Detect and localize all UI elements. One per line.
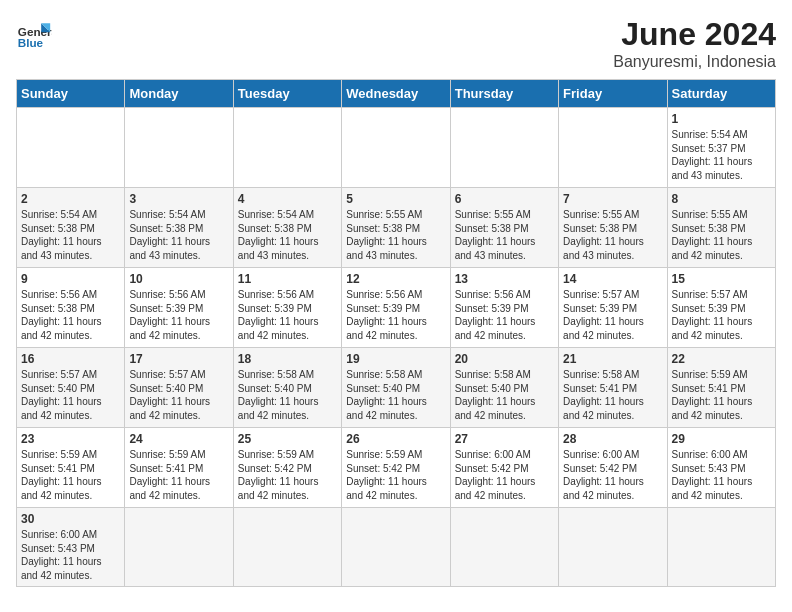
cell-sun-info: Sunrise: 6:00 AM Sunset: 5:42 PM Dayligh…: [455, 448, 554, 502]
cell-date-number: 18: [238, 352, 337, 366]
calendar-cell: 6Sunrise: 5:55 AM Sunset: 5:38 PM Daylig…: [450, 188, 558, 268]
cell-date-number: 14: [563, 272, 662, 286]
day-header-monday: Monday: [125, 80, 233, 108]
calendar-table: SundayMondayTuesdayWednesdayThursdayFrid…: [16, 79, 776, 587]
cell-date-number: 22: [672, 352, 771, 366]
calendar-cell: [450, 108, 558, 188]
cell-sun-info: Sunrise: 6:00 AM Sunset: 5:43 PM Dayligh…: [21, 528, 120, 582]
cell-date-number: 30: [21, 512, 120, 526]
day-header-saturday: Saturday: [667, 80, 775, 108]
calendar-cell: [667, 508, 775, 587]
calendar-cell: 18Sunrise: 5:58 AM Sunset: 5:40 PM Dayli…: [233, 348, 341, 428]
cell-date-number: 10: [129, 272, 228, 286]
cell-sun-info: Sunrise: 5:55 AM Sunset: 5:38 PM Dayligh…: [672, 208, 771, 262]
cell-date-number: 7: [563, 192, 662, 206]
calendar-cell: 30Sunrise: 6:00 AM Sunset: 5:43 PM Dayli…: [17, 508, 125, 587]
cell-sun-info: Sunrise: 5:58 AM Sunset: 5:40 PM Dayligh…: [238, 368, 337, 422]
cell-date-number: 13: [455, 272, 554, 286]
page-title: June 2024: [613, 16, 776, 53]
calendar-cell: 2Sunrise: 5:54 AM Sunset: 5:38 PM Daylig…: [17, 188, 125, 268]
calendar-cell: 16Sunrise: 5:57 AM Sunset: 5:40 PM Dayli…: [17, 348, 125, 428]
calendar-cell: [125, 108, 233, 188]
calendar-cell: 21Sunrise: 5:58 AM Sunset: 5:41 PM Dayli…: [559, 348, 667, 428]
cell-date-number: 12: [346, 272, 445, 286]
day-header-sunday: Sunday: [17, 80, 125, 108]
cell-date-number: 3: [129, 192, 228, 206]
cell-date-number: 17: [129, 352, 228, 366]
cell-date-number: 21: [563, 352, 662, 366]
cell-sun-info: Sunrise: 6:00 AM Sunset: 5:42 PM Dayligh…: [563, 448, 662, 502]
cell-date-number: 11: [238, 272, 337, 286]
day-header-tuesday: Tuesday: [233, 80, 341, 108]
calendar-cell: 15Sunrise: 5:57 AM Sunset: 5:39 PM Dayli…: [667, 268, 775, 348]
calendar-cell: 8Sunrise: 5:55 AM Sunset: 5:38 PM Daylig…: [667, 188, 775, 268]
cell-sun-info: Sunrise: 5:54 AM Sunset: 5:38 PM Dayligh…: [238, 208, 337, 262]
cell-sun-info: Sunrise: 5:57 AM Sunset: 5:40 PM Dayligh…: [129, 368, 228, 422]
title-block: June 2024 Banyuresmi, Indonesia: [613, 16, 776, 71]
calendar-cell: 4Sunrise: 5:54 AM Sunset: 5:38 PM Daylig…: [233, 188, 341, 268]
cell-sun-info: Sunrise: 5:54 AM Sunset: 5:38 PM Dayligh…: [21, 208, 120, 262]
cell-date-number: 28: [563, 432, 662, 446]
cell-date-number: 15: [672, 272, 771, 286]
calendar-cell: 25Sunrise: 5:59 AM Sunset: 5:42 PM Dayli…: [233, 428, 341, 508]
cell-sun-info: Sunrise: 5:57 AM Sunset: 5:40 PM Dayligh…: [21, 368, 120, 422]
cell-sun-info: Sunrise: 5:56 AM Sunset: 5:39 PM Dayligh…: [455, 288, 554, 342]
calendar-cell: [559, 108, 667, 188]
cell-date-number: 2: [21, 192, 120, 206]
cell-date-number: 27: [455, 432, 554, 446]
calendar-cell: 5Sunrise: 5:55 AM Sunset: 5:38 PM Daylig…: [342, 188, 450, 268]
day-header-friday: Friday: [559, 80, 667, 108]
day-header-wednesday: Wednesday: [342, 80, 450, 108]
cell-sun-info: Sunrise: 5:54 AM Sunset: 5:38 PM Dayligh…: [129, 208, 228, 262]
page-header: General Blue June 2024 Banyuresmi, Indon…: [16, 16, 776, 71]
calendar-cell: 28Sunrise: 6:00 AM Sunset: 5:42 PM Dayli…: [559, 428, 667, 508]
calendar-cell: 1Sunrise: 5:54 AM Sunset: 5:37 PM Daylig…: [667, 108, 775, 188]
calendar-cell: 26Sunrise: 5:59 AM Sunset: 5:42 PM Dayli…: [342, 428, 450, 508]
cell-date-number: 24: [129, 432, 228, 446]
calendar-cell: 17Sunrise: 5:57 AM Sunset: 5:40 PM Dayli…: [125, 348, 233, 428]
page-subtitle: Banyuresmi, Indonesia: [613, 53, 776, 71]
calendar-cell: [233, 508, 341, 587]
logo: General Blue: [16, 16, 52, 52]
calendar-cell: 10Sunrise: 5:56 AM Sunset: 5:39 PM Dayli…: [125, 268, 233, 348]
calendar-cell: 19Sunrise: 5:58 AM Sunset: 5:40 PM Dayli…: [342, 348, 450, 428]
calendar-cell: 24Sunrise: 5:59 AM Sunset: 5:41 PM Dayli…: [125, 428, 233, 508]
cell-sun-info: Sunrise: 5:57 AM Sunset: 5:39 PM Dayligh…: [672, 288, 771, 342]
calendar-cell: 23Sunrise: 5:59 AM Sunset: 5:41 PM Dayli…: [17, 428, 125, 508]
calendar-cell: [450, 508, 558, 587]
cell-date-number: 19: [346, 352, 445, 366]
cell-sun-info: Sunrise: 6:00 AM Sunset: 5:43 PM Dayligh…: [672, 448, 771, 502]
cell-date-number: 26: [346, 432, 445, 446]
cell-sun-info: Sunrise: 5:55 AM Sunset: 5:38 PM Dayligh…: [346, 208, 445, 262]
cell-date-number: 20: [455, 352, 554, 366]
day-header-row: SundayMondayTuesdayWednesdayThursdayFrid…: [17, 80, 776, 108]
cell-date-number: 29: [672, 432, 771, 446]
calendar-cell: 9Sunrise: 5:56 AM Sunset: 5:38 PM Daylig…: [17, 268, 125, 348]
svg-text:Blue: Blue: [18, 36, 44, 49]
cell-date-number: 6: [455, 192, 554, 206]
cell-date-number: 4: [238, 192, 337, 206]
cell-date-number: 8: [672, 192, 771, 206]
calendar-cell: 29Sunrise: 6:00 AM Sunset: 5:43 PM Dayli…: [667, 428, 775, 508]
cell-sun-info: Sunrise: 5:59 AM Sunset: 5:41 PM Dayligh…: [21, 448, 120, 502]
cell-sun-info: Sunrise: 5:59 AM Sunset: 5:42 PM Dayligh…: [238, 448, 337, 502]
calendar-cell: [125, 508, 233, 587]
calendar-cell: 13Sunrise: 5:56 AM Sunset: 5:39 PM Dayli…: [450, 268, 558, 348]
cell-sun-info: Sunrise: 5:56 AM Sunset: 5:38 PM Dayligh…: [21, 288, 120, 342]
calendar-cell: [559, 508, 667, 587]
cell-date-number: 9: [21, 272, 120, 286]
cell-date-number: 25: [238, 432, 337, 446]
day-header-thursday: Thursday: [450, 80, 558, 108]
cell-sun-info: Sunrise: 5:57 AM Sunset: 5:39 PM Dayligh…: [563, 288, 662, 342]
cell-date-number: 1: [672, 112, 771, 126]
calendar-cell: [17, 108, 125, 188]
cell-sun-info: Sunrise: 5:55 AM Sunset: 5:38 PM Dayligh…: [455, 208, 554, 262]
cell-date-number: 23: [21, 432, 120, 446]
cell-sun-info: Sunrise: 5:56 AM Sunset: 5:39 PM Dayligh…: [346, 288, 445, 342]
calendar-cell: 27Sunrise: 6:00 AM Sunset: 5:42 PM Dayli…: [450, 428, 558, 508]
cell-sun-info: Sunrise: 5:59 AM Sunset: 5:41 PM Dayligh…: [129, 448, 228, 502]
cell-sun-info: Sunrise: 5:54 AM Sunset: 5:37 PM Dayligh…: [672, 128, 771, 182]
logo-icon: General Blue: [16, 16, 52, 52]
cell-sun-info: Sunrise: 5:56 AM Sunset: 5:39 PM Dayligh…: [129, 288, 228, 342]
calendar-cell: [233, 108, 341, 188]
